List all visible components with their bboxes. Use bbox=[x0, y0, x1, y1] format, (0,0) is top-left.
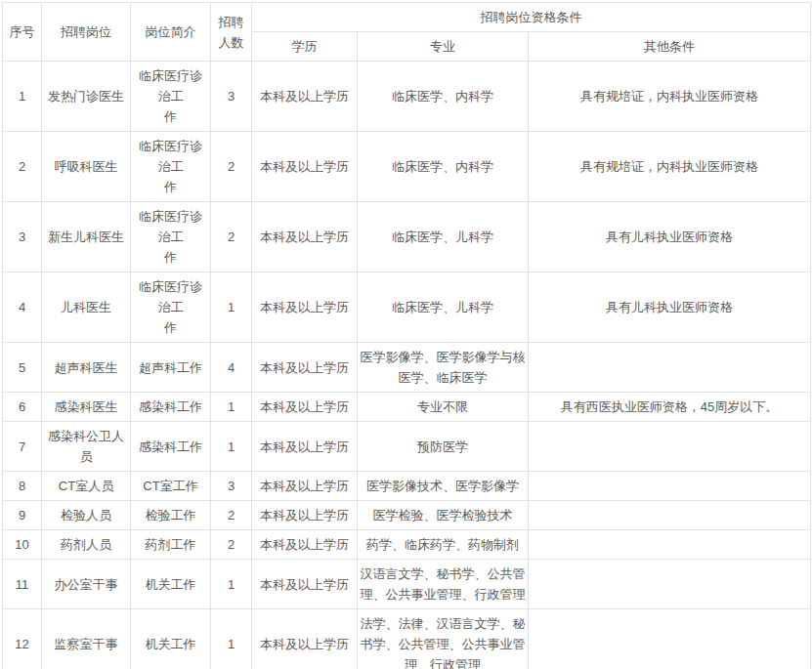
cell-education: 本科及以上学历 bbox=[252, 343, 358, 393]
table-row: 4儿科医生临床医疗诊治工 作1本科及以上学历临床医学、儿科学具有儿科执业医师资格 bbox=[3, 272, 811, 343]
cell-count: 3 bbox=[211, 62, 252, 132]
cell-no: 2 bbox=[3, 132, 42, 202]
table-row: 1发热门诊医生临床医疗诊治工 作3本科及以上学历临床医学、内科学具有规培证，内科… bbox=[3, 62, 811, 132]
cell-count: 2 bbox=[211, 202, 252, 272]
cell-position: 检验人员 bbox=[42, 501, 131, 530]
cell-count: 1 bbox=[211, 422, 252, 472]
cell-major: 医学影像学、医学影像学与核 医学、临床医学 bbox=[358, 343, 529, 393]
cell-count: 2 bbox=[211, 530, 252, 560]
table-row: 5超声科医生超声科工作4本科及以上学历医学影像学、医学影像学与核 医学、临床医学 bbox=[3, 343, 811, 393]
header-row-top: 序号 招聘岗位 岗位简介 招聘 人数 招聘岗位资格条件 bbox=[3, 3, 811, 32]
cell-no: 7 bbox=[3, 422, 42, 472]
cell-other bbox=[529, 472, 811, 501]
header-qualification: 招聘岗位资格条件 bbox=[252, 3, 811, 32]
cell-no: 12 bbox=[3, 609, 42, 669]
cell-position: 超声科医生 bbox=[42, 343, 131, 393]
cell-no: 10 bbox=[3, 530, 42, 560]
cell-education: 本科及以上学历 bbox=[252, 272, 358, 343]
cell-position: 呼吸科医生 bbox=[42, 132, 131, 202]
cell-intro: 临床医疗诊治工 作 bbox=[131, 202, 211, 272]
header-position: 招聘岗位 bbox=[42, 3, 131, 62]
cell-other bbox=[529, 422, 811, 472]
cell-no: 5 bbox=[3, 343, 42, 393]
cell-position: 儿科医生 bbox=[42, 272, 131, 343]
cell-other bbox=[529, 343, 811, 393]
page: 序号 招聘岗位 岗位简介 招聘 人数 招聘岗位资格条件 学历 专业 其他条件 1… bbox=[0, 0, 812, 669]
cell-major: 预防医学 bbox=[358, 422, 529, 472]
cell-other: 具有儿科执业医师资格 bbox=[529, 202, 811, 272]
table-row: 11办公室干事机关工作1本科及以上学历汉语言文学、秘书学、公共管 理、公共事业管… bbox=[3, 560, 811, 609]
cell-position: CT室人员 bbox=[42, 472, 131, 501]
cell-other: 具有西医执业医师资格，45周岁以下。 bbox=[529, 393, 811, 422]
cell-count: 2 bbox=[211, 132, 252, 202]
cell-no: 3 bbox=[3, 202, 42, 272]
cell-intro: 药剂工作 bbox=[131, 530, 211, 560]
cell-major: 临床医学、儿科学 bbox=[358, 272, 529, 343]
cell-major: 临床医学、儿科学 bbox=[358, 202, 529, 272]
cell-major: 医学检验、医学检验技术 bbox=[358, 501, 529, 530]
cell-education: 本科及以上学历 bbox=[252, 609, 358, 669]
cell-other: 具有儿科执业医师资格 bbox=[529, 272, 811, 343]
cell-intro: 临床医疗诊治工 作 bbox=[131, 62, 211, 132]
table-row: 7感染科公卫人 员感染科工作1本科及以上学历预防医学 bbox=[3, 422, 811, 472]
cell-position: 新生儿科医生 bbox=[42, 202, 131, 272]
cell-education: 本科及以上学历 bbox=[252, 132, 358, 202]
cell-intro: 超声科工作 bbox=[131, 343, 211, 393]
cell-major: 汉语言文学、秘书学、公共管 理、公共事业管理、行政管理 bbox=[358, 560, 529, 609]
cell-major: 医学影像技术、医学影像学 bbox=[358, 472, 529, 501]
cell-no: 11 bbox=[3, 560, 42, 609]
table-row: 9检验人员检验工作2本科及以上学历医学检验、医学检验技术 bbox=[3, 501, 811, 530]
cell-education: 本科及以上学历 bbox=[252, 472, 358, 501]
cell-major: 临床医学、内科学 bbox=[358, 62, 529, 132]
cell-no: 8 bbox=[3, 472, 42, 501]
cell-count: 1 bbox=[211, 272, 252, 343]
cell-major: 药学、临床药学、药物制剂 bbox=[358, 530, 529, 560]
cell-other bbox=[529, 609, 811, 669]
cell-count: 1 bbox=[211, 609, 252, 669]
cell-no: 9 bbox=[3, 501, 42, 530]
header-other: 其他条件 bbox=[529, 32, 811, 62]
cell-position: 办公室干事 bbox=[42, 560, 131, 609]
cell-count: 1 bbox=[211, 560, 252, 609]
cell-count: 3 bbox=[211, 472, 252, 501]
cell-count: 1 bbox=[211, 393, 252, 422]
cell-no: 6 bbox=[3, 393, 42, 422]
cell-other: 具有规培证，内科执业医师资格 bbox=[529, 132, 811, 202]
cell-position: 监察室干事 bbox=[42, 609, 131, 669]
cell-major: 专业不限 bbox=[358, 393, 529, 422]
table-row: 3新生儿科医生临床医疗诊治工 作2本科及以上学历临床医学、儿科学具有儿科执业医师… bbox=[3, 202, 811, 272]
cell-education: 本科及以上学历 bbox=[252, 530, 358, 560]
cell-intro: 临床医疗诊治工 作 bbox=[131, 132, 211, 202]
cell-education: 本科及以上学历 bbox=[252, 202, 358, 272]
cell-other: 具有规培证，内科执业医师资格 bbox=[529, 62, 811, 132]
cell-intro: 临床医疗诊治工 作 bbox=[131, 272, 211, 343]
cell-education: 本科及以上学历 bbox=[252, 560, 358, 609]
header-education: 学历 bbox=[252, 32, 358, 62]
cell-count: 2 bbox=[211, 501, 252, 530]
table-row: 10药剂人员药剂工作2本科及以上学历药学、临床药学、药物制剂 bbox=[3, 530, 811, 560]
cell-intro: CT室工作 bbox=[131, 472, 211, 501]
table-row: 12监察室干事机关工作1本科及以上学历法学、法律、汉语言文学、秘 书学、公共管理… bbox=[3, 609, 811, 669]
cell-position: 发热门诊医生 bbox=[42, 62, 131, 132]
cell-major: 法学、法律、汉语言文学、秘 书学、公共管理、公共事业管 理、行政管理 bbox=[358, 609, 529, 669]
cell-position: 感染科医生 bbox=[42, 393, 131, 422]
cell-education: 本科及以上学历 bbox=[252, 501, 358, 530]
table-row: 8CT室人员CT室工作3本科及以上学历医学影像技术、医学影像学 bbox=[3, 472, 811, 501]
table-header: 序号 招聘岗位 岗位简介 招聘 人数 招聘岗位资格条件 学历 专业 其他条件 bbox=[3, 3, 811, 62]
cell-no: 4 bbox=[3, 272, 42, 343]
cell-position: 药剂人员 bbox=[42, 530, 131, 560]
header-major: 专业 bbox=[358, 32, 529, 62]
cell-education: 本科及以上学历 bbox=[252, 393, 358, 422]
header-serial: 序号 bbox=[3, 3, 42, 62]
cell-no: 1 bbox=[3, 62, 42, 132]
cell-other bbox=[529, 501, 811, 530]
cell-position: 感染科公卫人 员 bbox=[42, 422, 131, 472]
cell-intro: 机关工作 bbox=[131, 609, 211, 669]
cell-intro: 感染科工作 bbox=[131, 422, 211, 472]
table-row: 2呼吸科医生临床医疗诊治工 作2本科及以上学历临床医学、内科学具有规培证，内科执… bbox=[3, 132, 811, 202]
recruitment-table: 序号 招聘岗位 岗位简介 招聘 人数 招聘岗位资格条件 学历 专业 其他条件 1… bbox=[2, 2, 811, 669]
cell-intro: 感染科工作 bbox=[131, 393, 211, 422]
header-count: 招聘 人数 bbox=[211, 3, 252, 62]
cell-other bbox=[529, 530, 811, 560]
cell-education: 本科及以上学历 bbox=[252, 62, 358, 132]
